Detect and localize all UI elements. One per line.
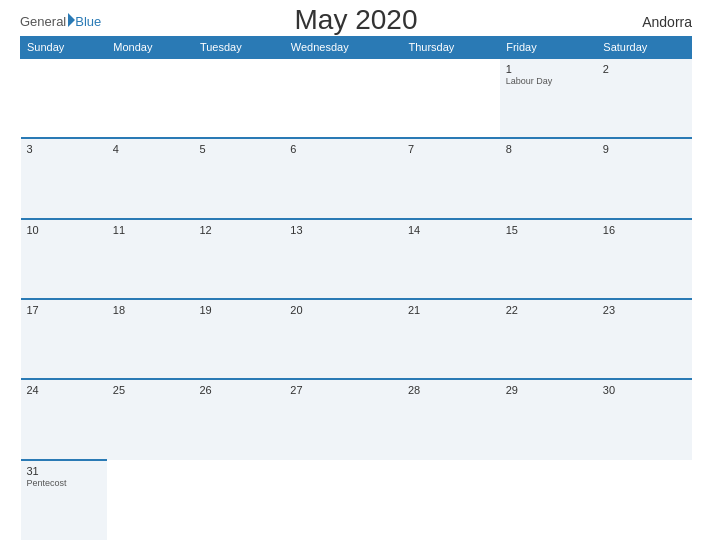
calendar-cell: 1Labour Day: [500, 58, 597, 138]
week-row-6: 31Pentecost: [21, 460, 692, 540]
day-number: 15: [506, 224, 591, 236]
calendar-cell: 14: [402, 219, 500, 299]
calendar-cell: [597, 460, 692, 540]
calendar-cell: 12: [193, 219, 284, 299]
calendar-cell: 7: [402, 138, 500, 218]
logo-blue-text: Blue: [75, 15, 101, 28]
calendar-cell: 29: [500, 379, 597, 459]
calendar-cell: 20: [284, 299, 402, 379]
calendar-cell: [500, 460, 597, 540]
week-row-5: 24252627282930: [21, 379, 692, 459]
day-number: 7: [408, 143, 494, 155]
day-number: 10: [27, 224, 101, 236]
day-number: 1: [506, 63, 591, 75]
calendar-cell: [107, 58, 194, 138]
calendar-cell: [107, 460, 194, 540]
calendar-cell: 18: [107, 299, 194, 379]
day-number: 30: [603, 384, 686, 396]
header-saturday: Saturday: [597, 37, 692, 59]
header-wednesday: Wednesday: [284, 37, 402, 59]
calendar-cell: 11: [107, 219, 194, 299]
header-tuesday: Tuesday: [193, 37, 284, 59]
day-number: 3: [27, 143, 101, 155]
calendar-cell: 19: [193, 299, 284, 379]
calendar-cell: 4: [107, 138, 194, 218]
calendar-cell: 23: [597, 299, 692, 379]
day-number: 2: [603, 63, 686, 75]
calendar-cell: 25: [107, 379, 194, 459]
calendar-cell: 26: [193, 379, 284, 459]
week-row-1: 1Labour Day2: [21, 58, 692, 138]
calendar-cell: 27: [284, 379, 402, 459]
day-number: 24: [27, 384, 101, 396]
holiday-name: Pentecost: [27, 478, 101, 488]
day-number: 4: [113, 143, 188, 155]
day-number: 23: [603, 304, 686, 316]
calendar-cell: 15: [500, 219, 597, 299]
day-number: 22: [506, 304, 591, 316]
month-title: May 2020: [295, 4, 418, 36]
week-row-2: 3456789: [21, 138, 692, 218]
calendar-table: Sunday Monday Tuesday Wednesday Thursday…: [20, 36, 692, 540]
calendar-body: 1Labour Day23456789101112131415161718192…: [21, 58, 692, 540]
week-row-3: 10111213141516: [21, 219, 692, 299]
calendar-cell: 3: [21, 138, 107, 218]
calendar-cell: [284, 460, 402, 540]
holiday-name: Labour Day: [506, 76, 591, 86]
calendar-cell: [402, 58, 500, 138]
calendar-cell: [193, 58, 284, 138]
calendar-cell: 16: [597, 219, 692, 299]
logo-triangle-icon: [68, 13, 75, 27]
day-number: 5: [199, 143, 278, 155]
calendar-header: General Blue May 2020 Andorra: [20, 10, 692, 30]
day-number: 13: [290, 224, 396, 236]
day-number: 9: [603, 143, 686, 155]
calendar-cell: 21: [402, 299, 500, 379]
day-number: 20: [290, 304, 396, 316]
day-number: 21: [408, 304, 494, 316]
calendar-cell: 2: [597, 58, 692, 138]
header-sunday: Sunday: [21, 37, 107, 59]
day-number: 27: [290, 384, 396, 396]
calendar-cell: [193, 460, 284, 540]
day-number: 8: [506, 143, 591, 155]
calendar-cell: 22: [500, 299, 597, 379]
day-number: 29: [506, 384, 591, 396]
day-number: 31: [27, 465, 101, 477]
header-monday: Monday: [107, 37, 194, 59]
calendar-cell: [402, 460, 500, 540]
week-row-4: 17181920212223: [21, 299, 692, 379]
calendar-cell: [21, 58, 107, 138]
day-number: 17: [27, 304, 101, 316]
calendar-header-row: Sunday Monday Tuesday Wednesday Thursday…: [21, 37, 692, 59]
calendar-cell: 24: [21, 379, 107, 459]
calendar-cell: 30: [597, 379, 692, 459]
day-number: 11: [113, 224, 188, 236]
calendar-cell: 6: [284, 138, 402, 218]
calendar-cell: 9: [597, 138, 692, 218]
day-number: 14: [408, 224, 494, 236]
day-number: 19: [199, 304, 278, 316]
calendar-cell: 8: [500, 138, 597, 218]
day-number: 12: [199, 224, 278, 236]
logo: General Blue: [20, 13, 101, 28]
day-number: 6: [290, 143, 396, 155]
day-number: 26: [199, 384, 278, 396]
calendar-cell: 31Pentecost: [21, 460, 107, 540]
header-thursday: Thursday: [402, 37, 500, 59]
calendar-cell: 5: [193, 138, 284, 218]
country-name: Andorra: [642, 14, 692, 30]
weekday-header-row: Sunday Monday Tuesday Wednesday Thursday…: [21, 37, 692, 59]
calendar-cell: [284, 58, 402, 138]
calendar-cell: 10: [21, 219, 107, 299]
calendar-cell: 13: [284, 219, 402, 299]
logo-general-text: General: [20, 15, 66, 28]
calendar-cell: 28: [402, 379, 500, 459]
day-number: 25: [113, 384, 188, 396]
calendar-cell: 17: [21, 299, 107, 379]
header-friday: Friday: [500, 37, 597, 59]
day-number: 16: [603, 224, 686, 236]
day-number: 18: [113, 304, 188, 316]
day-number: 28: [408, 384, 494, 396]
